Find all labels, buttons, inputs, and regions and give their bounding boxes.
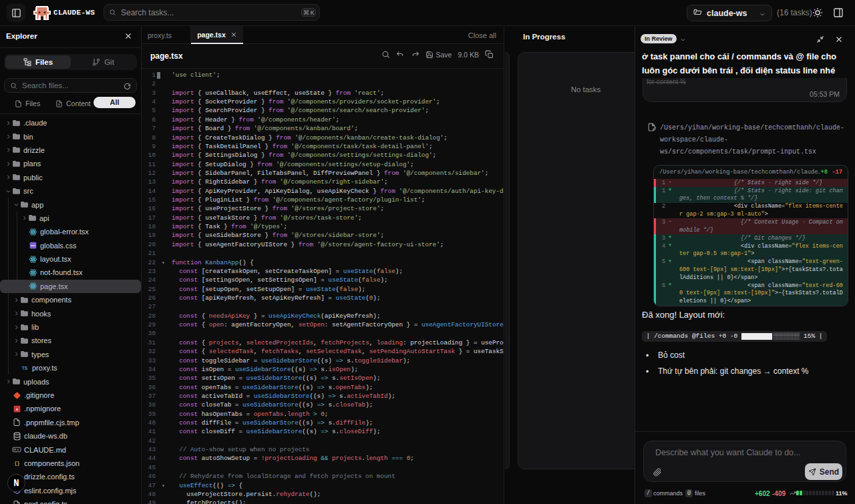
svg-text:n: n	[16, 408, 18, 411]
svg-text:{}: {}	[14, 461, 19, 466]
svg-text:TS: TS	[22, 366, 28, 370]
svg-text:css: css	[30, 244, 35, 248]
